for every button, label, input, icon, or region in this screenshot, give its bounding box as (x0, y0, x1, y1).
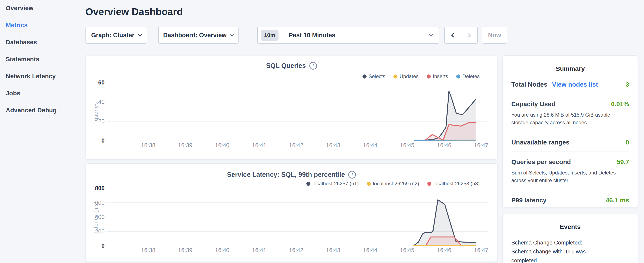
sql-queries-chart-card: SQL Queries i SelectsUpdatesInsertsDelet… (86, 55, 498, 160)
svg-text:16:44: 16:44 (363, 142, 378, 149)
chevron-down-icon (138, 33, 142, 36)
graph-scope-dropdown[interactable]: Graph: Cluster (86, 27, 147, 44)
now-button-label: Now (488, 32, 501, 39)
capacity-used-label: Capacity Used (511, 100, 555, 108)
capacity-used-description: You are using 28.6 MiB of 515.9 GiB usab… (511, 111, 622, 126)
dashboard-dropdown[interactable]: Dashboard: Overview (158, 27, 238, 44)
summary-panel: Summary Total Nodes View nodes list 3 Ca… (502, 55, 638, 207)
p99-latency-value: 46.1 ms (606, 197, 629, 204)
svg-text:16:47: 16:47 (474, 142, 488, 149)
svg-text:16:46: 16:46 (437, 247, 451, 253)
unavailable-ranges-value: 0 (626, 139, 629, 146)
summary-title: Summary (511, 62, 629, 75)
summary-row-total-nodes: Total Nodes View nodes list 3 (511, 75, 629, 94)
queries-per-second-description: Sum of Selects, Updates, Inserts, and De… (511, 169, 622, 184)
sidebar-item-statements[interactable]: Statements (6, 56, 57, 63)
svg-text:16:38: 16:38 (141, 142, 156, 149)
unavailable-ranges-label: Unavailable ranges (511, 139, 569, 146)
svg-text:0: 0 (102, 137, 104, 144)
svg-text:800: 800 (95, 185, 104, 191)
sidebar-item-metrics[interactable]: Metrics (6, 22, 57, 29)
service-latency-chart-card: Service Latency: SQL, 99th percentile i … (86, 163, 498, 262)
summary-row-unavailable-ranges: Unavailable ranges 0 (511, 132, 629, 152)
sidebar-item-network-latency[interactable]: Network Latency (6, 73, 57, 80)
sidebar-item-advanced-debug[interactable]: Advanced Debug (6, 107, 57, 114)
sidebar-item-overview[interactable]: Overview (6, 5, 57, 12)
now-button[interactable]: Now (482, 27, 507, 44)
chevron-down-icon (429, 33, 433, 36)
svg-text:16:45: 16:45 (400, 142, 414, 149)
p99-latency-label: P99 latency (511, 197, 546, 204)
sidebar: Overview Metrics Databases Statements Ne… (6, 5, 57, 114)
svg-text:16:40: 16:40 (215, 142, 230, 149)
svg-text:16:42: 16:42 (289, 247, 304, 253)
svg-text:20: 20 (98, 118, 104, 124)
svg-text:16:41: 16:41 (252, 247, 266, 253)
summary-row-capacity-used: Capacity Used 0.01% You are using 28.6 M… (511, 94, 629, 132)
svg-text:16:40: 16:40 (215, 247, 230, 253)
svg-text:400: 400 (95, 214, 104, 220)
chevron-down-icon (230, 33, 234, 36)
svg-text:16:41: 16:41 (252, 142, 266, 149)
event-text: Schema Change Completed: Schema change w… (511, 238, 603, 263)
time-step-buttons (444, 27, 478, 44)
chart-plot-area[interactable]: 16:3816:3916:4016:4116:4216:4316:4416:45… (86, 56, 498, 160)
svg-text:40: 40 (98, 99, 104, 105)
summary-row-queries-per-second: Queries per second 59.7 Sum of Selects, … (511, 152, 629, 190)
sidebar-item-jobs[interactable]: Jobs (6, 90, 57, 97)
svg-text:16:44: 16:44 (363, 247, 378, 253)
svg-text:16:43: 16:43 (326, 247, 340, 253)
time-range-badge: 10m (261, 30, 278, 41)
prev-time-button[interactable] (445, 27, 461, 43)
chart-plot-area[interactable]: 16:3816:3916:4016:4116:4216:4316:4416:45… (86, 164, 498, 262)
total-nodes-value: 3 (626, 81, 629, 88)
svg-text:60: 60 (98, 79, 104, 86)
svg-text:16:47: 16:47 (474, 247, 488, 253)
svg-text:16:46: 16:46 (437, 142, 451, 149)
svg-text:0: 0 (102, 242, 104, 249)
event-list-item[interactable]: Schema Change Completed: Schema change w… (511, 238, 629, 263)
page-title: Overview Dashboard (86, 6, 183, 18)
svg-text:16:43: 16:43 (326, 142, 340, 149)
chevron-left-icon (451, 33, 456, 37)
svg-text:600: 600 (95, 200, 104, 206)
view-nodes-list-link[interactable]: View nodes list (552, 81, 598, 88)
svg-text:200: 200 (95, 228, 104, 235)
next-time-button[interactable] (461, 27, 478, 43)
time-range-dropdown[interactable]: 10m Past 10 Minutes (257, 27, 439, 44)
svg-text:16:39: 16:39 (178, 142, 192, 149)
svg-text:16:39: 16:39 (178, 247, 192, 253)
svg-text:16:45: 16:45 (400, 247, 414, 253)
graph-scope-label: Graph: Cluster (91, 32, 134, 39)
toolbar-divider (250, 27, 250, 44)
chevron-right-icon (466, 33, 471, 37)
capacity-used-value: 0.01% (611, 100, 629, 108)
svg-text:16:38: 16:38 (141, 247, 156, 253)
events-title: Events (511, 220, 629, 232)
total-nodes-label: Total Nodes (511, 81, 547, 88)
events-panel: Events Schema Change Completed: Schema c… (502, 214, 638, 263)
queries-per-second-label: Queries per second (511, 158, 571, 166)
summary-row-p99-latency: P99 latency 46.1 ms (511, 190, 629, 209)
queries-per-second-value: 59.7 (617, 158, 629, 166)
time-range-label: Past 10 Minutes (289, 32, 425, 39)
dashboard-label: Dashboard: Overview (163, 32, 226, 39)
svg-text:16:42: 16:42 (289, 142, 304, 149)
sidebar-item-databases[interactable]: Databases (6, 39, 57, 46)
